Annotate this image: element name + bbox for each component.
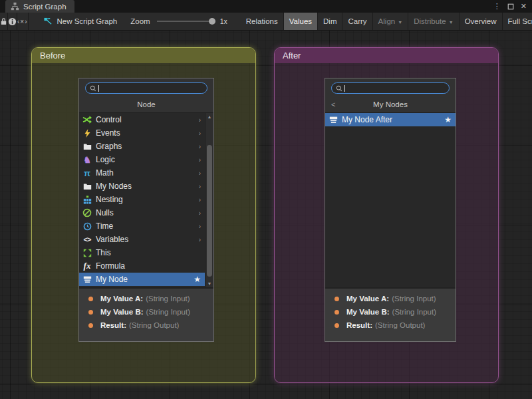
chevron-right-icon: › xyxy=(199,196,203,203)
list-item[interactable]: π Math › xyxy=(79,166,205,180)
window-close-icon[interactable]: ✕ xyxy=(521,2,527,11)
list-item-label: Logic xyxy=(96,155,115,164)
window-tab-bar: Script Graph ⋮ ✕ xyxy=(0,0,532,13)
list-item[interactable]: Nulls › xyxy=(79,206,205,219)
list-item[interactable]: fx Formula xyxy=(79,259,205,273)
toolbar-button-dim[interactable]: Dim xyxy=(318,13,342,30)
time-icon xyxy=(82,222,92,231)
finder-after-header-label: My Nodes xyxy=(373,100,408,108)
zoom-label: Zoom xyxy=(130,17,150,25)
port-type: (String Input) xyxy=(146,308,190,316)
list-item[interactable]: Events › xyxy=(79,126,205,140)
script-graph-icon xyxy=(9,2,20,11)
new-script-graph-button[interactable]: New Script Graph xyxy=(37,13,124,30)
lock-button[interactable] xyxy=(0,13,8,30)
list-item[interactable]: ♞ Logic › xyxy=(79,153,205,166)
lock-icon xyxy=(0,17,7,25)
value-port-icon[interactable] xyxy=(88,297,93,301)
search-icon xyxy=(90,85,96,92)
zoom-value: 1x xyxy=(220,17,227,25)
back-chevron-icon[interactable]: < xyxy=(331,100,335,108)
events-icon xyxy=(82,129,92,138)
port-label: My Value A: xyxy=(100,295,143,303)
list-item-label: My Node After xyxy=(342,115,392,124)
text-caret xyxy=(98,85,99,92)
toolbar-button-label: Carry xyxy=(348,17,366,25)
value-port-icon[interactable] xyxy=(88,310,93,315)
group-before-header[interactable]: Before xyxy=(32,48,255,63)
list-item[interactable]: This xyxy=(79,246,205,259)
tab-title: Script Graph xyxy=(23,3,66,11)
toolbar-button-full-scr[interactable]: Full Scr xyxy=(503,13,532,30)
toolbar-spacer xyxy=(235,13,241,30)
search-icon xyxy=(336,85,342,92)
search-input[interactable] xyxy=(85,82,207,94)
list-item[interactable]: <> Variables › xyxy=(79,233,205,246)
info-button[interactable] xyxy=(8,13,17,30)
group-after-title: After xyxy=(283,51,301,61)
fuzzy-finder-before: Node Control › Events › Graphs › ♞ Logic… xyxy=(78,78,214,342)
value-port-icon[interactable] xyxy=(334,310,339,315)
finder-before-list-rows: Control › Events › Graphs › ♞ Logic › π … xyxy=(79,113,205,286)
search-input[interactable] xyxy=(331,82,450,94)
variables-icon: <> xyxy=(82,235,92,243)
chevron-right-icon: › xyxy=(199,183,203,190)
port-type: (String Output) xyxy=(375,321,425,329)
port-row: Result: (String Output) xyxy=(325,319,456,332)
list-item[interactable]: My Node ★ xyxy=(79,273,205,286)
nesting-icon xyxy=(82,196,92,204)
list-item[interactable]: Time › xyxy=(79,219,205,233)
toolbar-button-label: Overview xyxy=(465,17,497,25)
value-port-icon[interactable] xyxy=(334,297,339,301)
toolbar-button-values[interactable]: Values xyxy=(284,13,318,30)
list-item[interactable]: My Nodes › xyxy=(79,180,205,193)
port-type: (String Output) xyxy=(129,321,179,329)
scroll-down-icon[interactable]: ▼ xyxy=(205,281,213,286)
finder-before-list: Control › Events › Graphs › ♞ Logic › π … xyxy=(79,112,213,287)
finder-after-search-row xyxy=(325,78,456,96)
nulls-icon xyxy=(82,208,92,217)
finder-after-header: < My Nodes xyxy=(325,96,456,112)
tab-script-graph[interactable]: Script Graph xyxy=(5,0,74,13)
list-item[interactable]: Nesting › xyxy=(79,193,205,206)
list-item-label: Math xyxy=(96,168,114,178)
chevron-right-icon: › xyxy=(199,236,203,243)
scrollbar[interactable]: ▲ ▼ xyxy=(205,113,213,287)
scroll-up-icon[interactable]: ▲ xyxy=(205,114,213,119)
code-icon: ‹×› xyxy=(17,18,28,25)
port-type: (String Input) xyxy=(146,295,190,303)
graph-canvas[interactable]: Before After Node xyxy=(0,31,532,399)
toolbar-button-distribute[interactable]: Distribute ▼ xyxy=(408,13,460,30)
zoom-slider-knob[interactable] xyxy=(209,18,215,25)
window-menu-icon[interactable]: ⋮ xyxy=(493,2,501,11)
info-icon xyxy=(8,17,17,26)
list-item-label: Events xyxy=(96,128,120,138)
favorite-star-icon[interactable]: ★ xyxy=(194,275,203,284)
value-port-icon[interactable] xyxy=(88,323,93,328)
control-icon xyxy=(82,115,92,124)
list-item[interactable]: Control › xyxy=(79,113,205,126)
port-type: (String Input) xyxy=(392,295,436,303)
window-maximize-icon[interactable] xyxy=(507,3,514,10)
new-graph-icon xyxy=(43,17,53,26)
value-port-icon[interactable] xyxy=(334,323,339,328)
scrollbar-thumb[interactable] xyxy=(207,145,212,277)
list-item[interactable]: My Node After ★ xyxy=(325,113,456,126)
toolbar-button-group: Relations Values Dim Carry Align ▼ Distr… xyxy=(241,13,532,30)
toolbar-button-relations[interactable]: Relations xyxy=(241,13,284,30)
this-icon xyxy=(82,249,92,257)
port-label: Result: xyxy=(100,321,126,329)
toolbar-button-align[interactable]: Align ▼ xyxy=(373,13,409,30)
port-label: My Value B: xyxy=(100,308,144,316)
list-item[interactable]: Graphs › xyxy=(79,140,205,153)
group-after-header[interactable]: After xyxy=(275,48,498,63)
graph-toolbar: ‹×› New Script Graph Zoom 1x Relations V… xyxy=(0,13,532,31)
zoom-slider[interactable] xyxy=(157,21,214,22)
toolbar-button-overview[interactable]: Overview xyxy=(460,13,503,30)
favorite-star-icon[interactable]: ★ xyxy=(444,115,454,124)
finder-before-header-label: Node xyxy=(137,100,156,108)
code-view-button[interactable]: ‹×› xyxy=(17,13,29,30)
folder-icon xyxy=(82,142,92,151)
toolbar-button-carry[interactable]: Carry xyxy=(342,13,372,30)
list-item-label: Control xyxy=(96,115,122,124)
